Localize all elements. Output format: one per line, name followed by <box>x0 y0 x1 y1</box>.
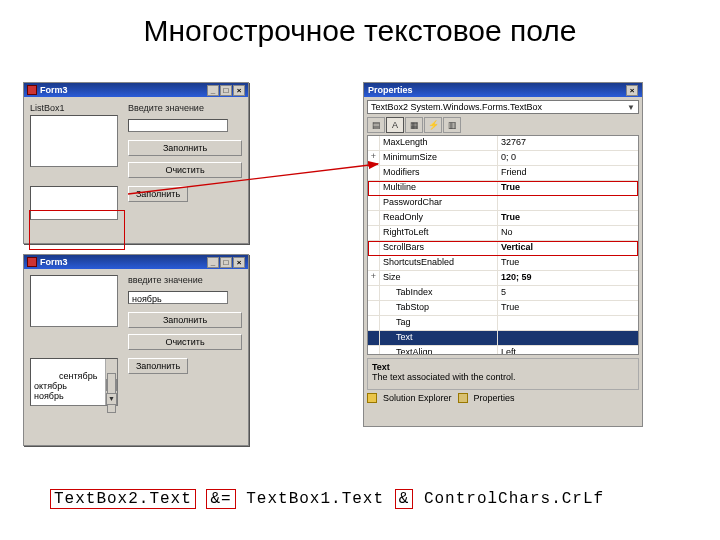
expand-icon[interactable]: + <box>368 271 380 285</box>
prop-value[interactable]: True <box>498 301 638 315</box>
fill-button-b[interactable]: Заполнить <box>128 312 242 328</box>
multiline-b[interactable]: сентябрь октябрь ноябрь ▲ ▼ <box>30 358 118 406</box>
multiline-a[interactable] <box>30 186 118 220</box>
minimize-button[interactable]: _ <box>207 257 219 268</box>
properties-description: Text The text associated with the contro… <box>367 358 639 390</box>
fill-button-a[interactable]: Заполнить <box>128 140 242 156</box>
properties-grid[interactable]: MaxLength32767+MinimumSize0; 0ModifiersF… <box>367 135 639 355</box>
prop-value[interactable]: Friend <box>498 166 638 180</box>
prop-name: RightToLeft <box>380 226 498 240</box>
categorized-icon[interactable]: ▤ <box>367 117 385 133</box>
prop-row-righttoleft[interactable]: RightToLeftNo <box>368 226 638 241</box>
prop-name: ReadOnly <box>380 211 498 225</box>
input-a[interactable] <box>128 119 228 132</box>
close-button[interactable]: × <box>233 85 245 96</box>
desc-name: Text <box>372 362 634 372</box>
prop-row-shortcutsenabled[interactable]: ShortcutsEnabledTrue <box>368 256 638 271</box>
clear-button-b[interactable]: Очистить <box>128 334 242 350</box>
minimize-button[interactable]: _ <box>207 85 219 96</box>
prop-row-scrollbars[interactable]: ScrollBarsVertical <box>368 241 638 256</box>
prop-name: Size <box>380 271 498 285</box>
prop-row-multiline[interactable]: MultilineTrue <box>368 181 638 196</box>
app-icon <box>27 257 37 267</box>
properties-titlebar[interactable]: Properties × <box>364 83 642 97</box>
tab-solution-explorer[interactable]: Solution Explorer <box>383 393 452 403</box>
scroll-down-icon[interactable]: ▼ <box>106 393 117 405</box>
expand-icon <box>368 301 380 315</box>
solution-explorer-icon <box>367 393 377 403</box>
prop-name: ShortcutsEnabled <box>380 256 498 270</box>
properties-combo-text: TextBox2 System.Windows.Forms.TextBox <box>371 102 542 112</box>
properties-object-combo[interactable]: TextBox2 System.Windows.Forms.TextBox ▼ <box>367 100 639 114</box>
tab-properties[interactable]: Properties <box>474 393 515 403</box>
property-pages-icon[interactable]: ▥ <box>443 117 461 133</box>
code-textbox2: TextBox2.Text <box>50 489 196 509</box>
prop-row-passwordchar[interactable]: PasswordChar <box>368 196 638 211</box>
prop-row-tag[interactable]: Tag <box>368 316 638 331</box>
prop-value[interactable]: 32767 <box>498 136 638 150</box>
multiline-b-text: сентябрь октябрь ноябрь <box>34 371 97 401</box>
expand-icon <box>368 241 380 255</box>
prop-value[interactable]: Left <box>498 346 638 355</box>
prop-row-readonly[interactable]: ReadOnlyTrue <box>368 211 638 226</box>
prop-row-minimumsize[interactable]: +MinimumSize0; 0 <box>368 151 638 166</box>
prop-value[interactable] <box>498 196 638 210</box>
expand-icon[interactable]: + <box>368 151 380 165</box>
prop-name: MaxLength <box>380 136 498 150</box>
expand-icon <box>368 256 380 270</box>
properties-close-button[interactable]: × <box>626 85 638 96</box>
prop-value[interactable]: 5 <box>498 286 638 300</box>
prop-name: Multiline <box>380 181 498 195</box>
prop-row-maxlength[interactable]: MaxLength32767 <box>368 136 638 151</box>
close-button[interactable]: × <box>233 257 245 268</box>
expand-icon <box>368 226 380 240</box>
prop-value[interactable]: 0; 0 <box>498 151 638 165</box>
input-b[interactable]: ноябрь <box>128 291 228 304</box>
prop-value[interactable]: No <box>498 226 638 240</box>
prop-row-size[interactable]: +Size120; 59 <box>368 271 638 286</box>
prompt-b: введите значение <box>128 275 242 285</box>
prop-name: TabStop <box>380 301 498 315</box>
prop-value[interactable] <box>498 331 638 345</box>
prop-value[interactable] <box>498 316 638 330</box>
expand-icon <box>368 136 380 150</box>
properties-bottom-tabs: Solution Explorer Properties <box>367 393 639 403</box>
prop-value[interactable]: True <box>498 181 638 195</box>
alphabetical-icon[interactable]: A <box>386 117 404 133</box>
properties-title-text: Properties <box>368 85 413 95</box>
prop-row-modifiers[interactable]: ModifiersFriend <box>368 166 638 181</box>
events-icon[interactable]: ⚡ <box>424 117 442 133</box>
app-icon <box>27 85 37 95</box>
prop-row-tabindex[interactable]: TabIndex5 <box>368 286 638 301</box>
listbox-a[interactable] <box>30 115 118 167</box>
prop-row-tabstop[interactable]: TabStopTrue <box>368 301 638 316</box>
prop-name: TabIndex <box>380 286 498 300</box>
prop-value[interactable]: Vertical <box>498 241 638 255</box>
listbox-b[interactable] <box>30 275 118 327</box>
add-button-a[interactable]: Заполнить <box>128 186 188 202</box>
code-crlf: ControlChars.CrLf <box>424 490 604 508</box>
prop-value[interactable]: 120; 59 <box>498 271 638 285</box>
properties-icon[interactable]: ▦ <box>405 117 423 133</box>
prop-row-textalign[interactable]: TextAlignLeft <box>368 346 638 355</box>
chevron-down-icon: ▼ <box>627 103 635 112</box>
prop-row-text[interactable]: Text <box>368 331 638 346</box>
multiline-scrollbar[interactable]: ▲ ▼ <box>105 359 117 405</box>
expand-icon <box>368 181 380 195</box>
expand-icon <box>368 346 380 355</box>
form-a-titlebar[interactable]: Form3 _ □ × <box>24 83 248 97</box>
form-b-titlebar[interactable]: Form3 _ □ × <box>24 255 248 269</box>
form-a-client: ListBox1 Введите значение Заполнить Очис… <box>24 97 248 226</box>
maximize-button[interactable]: □ <box>220 257 232 268</box>
prop-value[interactable]: True <box>498 256 638 270</box>
add-button-b[interactable]: Заполнить <box>128 358 188 374</box>
prop-name: Text <box>380 331 498 345</box>
prop-value[interactable]: True <box>498 211 638 225</box>
prop-name: ScrollBars <box>380 241 498 255</box>
desc-text: The text associated with the control. <box>372 372 634 382</box>
clear-button-a[interactable]: Очистить <box>128 162 242 178</box>
maximize-button[interactable]: □ <box>220 85 232 96</box>
form-a-window: Form3 _ □ × ListBox1 Введите значение За… <box>23 82 249 244</box>
properties-tab-icon <box>458 393 468 403</box>
expand-icon <box>368 316 380 330</box>
